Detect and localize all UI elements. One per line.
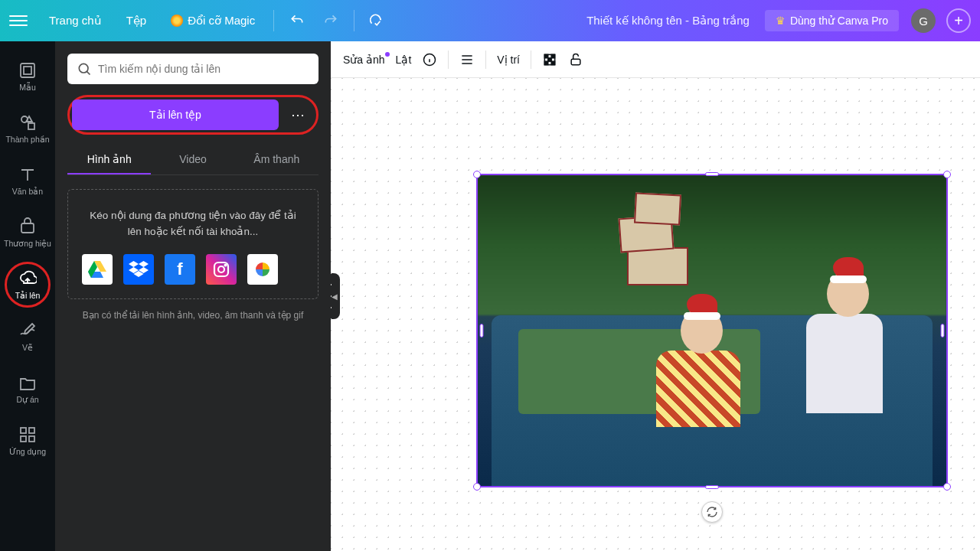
resize-handle-top[interactable] (705, 172, 719, 176)
service-facebook[interactable]: f (165, 254, 195, 285)
service-google-photos[interactable] (247, 254, 278, 285)
tab-video[interactable]: Video (151, 145, 234, 174)
upload-file-button[interactable]: Tải lên tệp (72, 99, 279, 130)
svg-point-12 (225, 264, 227, 266)
hamburger-icon[interactable] (9, 11, 28, 30)
nav-home[interactable]: Trang chủ (40, 9, 111, 32)
svg-rect-6 (29, 428, 34, 433)
svg-rect-19 (551, 61, 554, 64)
context-toolbar: Sửa ảnh Lật Vị trí (331, 41, 980, 78)
selected-image[interactable] (476, 174, 948, 487)
user-avatar[interactable]: G (911, 8, 936, 33)
dropzone[interactable]: Kéo nội dung đa phương tiện vào đây để t… (67, 189, 318, 299)
resize-handle-tl[interactable] (473, 171, 481, 178)
rotate-handle[interactable] (701, 501, 723, 523)
svg-rect-8 (29, 436, 34, 442)
search-icon (77, 61, 92, 77)
upload-row-highlight: Tải lên tệp ⋯ (67, 95, 318, 135)
separator (273, 10, 274, 31)
resize-handle-bl[interactable] (473, 483, 481, 491)
info-button[interactable] (422, 52, 437, 67)
transparency-button[interactable] (542, 52, 557, 67)
side-rail: Mẫu Thành phần Văn bản Thương hiệu Tải l… (0, 41, 55, 551)
resize-handle-br[interactable] (943, 483, 951, 491)
resize-handle-bottom[interactable] (705, 485, 719, 489)
canvas-area: Sửa ảnh Lật Vị trí (331, 41, 980, 551)
service-grid: f (82, 254, 304, 285)
top-bar: Trang chủ Tệp Đổi cỡ Magic Thiết kế khôn… (0, 0, 980, 41)
share-add-button[interactable]: + (946, 8, 971, 33)
svg-rect-4 (21, 223, 34, 233)
service-google-drive[interactable] (82, 254, 113, 285)
svg-rect-0 (21, 64, 34, 77)
tab-images[interactable]: Hình ảnh (67, 145, 151, 174)
notification-dot-icon (385, 52, 390, 57)
nav-file[interactable]: Tệp (117, 9, 156, 32)
separator (485, 51, 486, 69)
resize-handle-tr[interactable] (943, 171, 951, 178)
rail-uploads[interactable]: Tải lên (3, 260, 52, 309)
flip-button[interactable]: Lật (396, 54, 412, 66)
rail-projects[interactable]: Dự án (3, 364, 52, 413)
rail-brand[interactable]: Thương hiệu (3, 208, 52, 257)
rail-elements[interactable]: Thành phần (3, 104, 52, 153)
svg-point-9 (79, 64, 88, 73)
edit-image-button[interactable]: Sửa ảnh (343, 54, 385, 66)
svg-rect-18 (544, 61, 547, 64)
crown-icon: ♛ (776, 15, 786, 27)
svg-rect-3 (28, 123, 34, 129)
service-dropbox[interactable] (123, 254, 154, 285)
upload-more-button[interactable]: ⋯ (283, 99, 314, 130)
resize-handle-right[interactable] (941, 324, 945, 337)
search-box (67, 54, 318, 84)
separator (531, 51, 531, 69)
tab-audio[interactable]: Âm thanh (235, 145, 318, 174)
undo-button[interactable] (283, 7, 311, 34)
position-button[interactable]: Vị trí (497, 54, 520, 66)
list-button[interactable] (459, 52, 475, 67)
svg-rect-1 (24, 67, 31, 74)
search-input[interactable] (98, 63, 309, 75)
separator (354, 10, 354, 31)
uploads-panel: Tải lên tệp ⋯ Hình ảnh Video Âm thanh Ké… (55, 41, 331, 551)
whiteboard-stage[interactable] (331, 78, 980, 551)
upload-hint: Bạn có thể tải lên hình ảnh, video, âm t… (67, 310, 318, 321)
svg-point-11 (218, 266, 224, 272)
nav-magic-resize[interactable]: Đổi cỡ Magic (162, 9, 264, 32)
rail-templates[interactable]: Mẫu (3, 52, 52, 101)
image-content (478, 175, 946, 486)
dropzone-text: Kéo nội dung đa phương tiện vào đây để t… (82, 208, 304, 240)
service-instagram[interactable] (206, 254, 237, 285)
upload-tabs: Hình ảnh Video Âm thanh (67, 145, 318, 175)
sparkle-icon (171, 15, 183, 27)
cloud-sync-icon[interactable] (364, 7, 391, 34)
resize-handle-left[interactable] (480, 324, 484, 337)
redo-button[interactable] (317, 7, 345, 34)
svg-rect-5 (21, 428, 26, 433)
try-pro-button[interactable]: ♛Dùng thử Canva Pro (765, 10, 899, 31)
rail-apps[interactable]: Ứng dụng (3, 416, 52, 465)
svg-rect-20 (571, 59, 580, 65)
rail-text[interactable]: Văn bản (3, 156, 52, 205)
document-title[interactable]: Thiết kế không tên - Bảng trắng (397, 14, 759, 28)
rail-draw[interactable]: Vẽ (3, 312, 52, 361)
svg-rect-7 (21, 436, 26, 442)
lock-button[interactable] (568, 52, 583, 67)
separator (448, 51, 449, 69)
